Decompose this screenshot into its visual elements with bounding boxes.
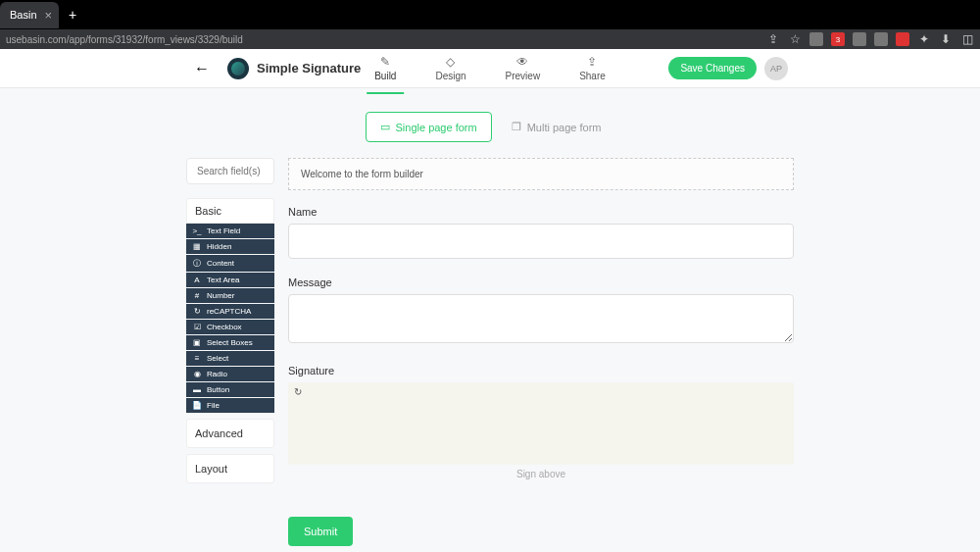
section-layout[interactable]: Layout: [186, 454, 274, 483]
field-icon: ▦: [192, 242, 202, 251]
field-item-content[interactable]: ⓘContent: [186, 255, 274, 272]
field-icon: ▣: [192, 338, 202, 347]
signature-hint: Sign above: [288, 469, 794, 479]
name-label: Name: [288, 206, 794, 218]
pages-icon: ❐: [512, 121, 521, 133]
eye-icon: 👁: [516, 55, 528, 69]
message-field-group[interactable]: Message: [288, 276, 794, 347]
form-canvas: Welcome to the form builder Name Message…: [288, 158, 794, 546]
extension-icon[interactable]: [874, 32, 888, 46]
name-input[interactable]: [288, 224, 794, 259]
tab-build[interactable]: ✎ Build: [367, 51, 404, 85]
download-icon[interactable]: ⬇: [939, 32, 953, 46]
signature-label: Signature: [288, 365, 794, 376]
tab-label: Preview: [506, 71, 541, 81]
field-item-number[interactable]: #Number: [186, 288, 274, 303]
field-item-checkbox[interactable]: ☑Checkbox: [186, 320, 274, 334]
field-item-text-area[interactable]: AText Area: [186, 273, 274, 287]
tab-label: Design: [435, 71, 466, 81]
url-text[interactable]: usebasin.com/app/forms/31932/form_views/…: [6, 34, 766, 45]
single-page-tab[interactable]: ▭ Single page form: [366, 112, 492, 142]
field-label: reCAPTCHA: [207, 307, 251, 316]
tab-label: Build: [374, 71, 396, 81]
tab-text: Single page form: [396, 122, 477, 133]
field-item-select[interactable]: ≡Select: [186, 351, 274, 366]
reset-icon[interactable]: ↻: [294, 386, 302, 397]
extension-icon[interactable]: [853, 32, 866, 46]
field-icon: ▬: [192, 385, 202, 394]
field-icon: >_: [192, 226, 202, 235]
url-bar: usebasin.com/app/forms/31932/form_views/…: [0, 29, 980, 49]
tab-share[interactable]: ⇪ Share: [571, 51, 613, 85]
form-title: Simple Signature: [257, 61, 361, 75]
signature-field-group[interactable]: Signature ↻ Sign above: [288, 365, 794, 479]
drop-icon: ◇: [446, 55, 455, 69]
pencil-icon: ✎: [380, 55, 390, 69]
star-icon[interactable]: ☆: [788, 32, 802, 46]
message-textarea[interactable]: [288, 294, 794, 343]
back-button[interactable]: ←: [192, 59, 212, 78]
field-item-radio[interactable]: ◉Radio: [186, 367, 274, 381]
extension-icon[interactable]: [896, 32, 909, 46]
multi-page-tab[interactable]: ❐ Multi page form: [498, 112, 615, 142]
field-label: Hidden: [207, 242, 231, 251]
builder-layout: Basic >_Text Field▦HiddenⓘContentAText A…: [0, 158, 980, 546]
search-input[interactable]: [186, 158, 274, 184]
share-icon[interactable]: ⇪: [766, 32, 780, 46]
fields-sidebar: Basic >_Text Field▦HiddenⓘContentAText A…: [186, 158, 274, 546]
field-item-recaptcha[interactable]: ↻reCAPTCHA: [186, 304, 274, 319]
field-item-select-boxes[interactable]: ▣Select Boxes: [186, 335, 274, 350]
tab-title: Basin: [10, 9, 37, 21]
tab-design[interactable]: ◇ Design: [427, 51, 473, 85]
field-label: Number: [207, 291, 234, 300]
field-label: Text Area: [207, 276, 239, 284]
field-label: Content: [207, 259, 234, 268]
field-icon: 📄: [192, 401, 202, 410]
message-label: Message: [288, 276, 794, 288]
field-label: Select Boxes: [207, 338, 253, 347]
panel-icon[interactable]: ◫: [960, 32, 974, 46]
field-icon: ◉: [192, 370, 202, 378]
browser-tab[interactable]: Basin ×: [0, 2, 59, 28]
submit-button[interactable]: Submit: [288, 517, 353, 546]
field-label: Select: [207, 354, 228, 363]
welcome-message[interactable]: Welcome to the form builder: [288, 158, 794, 190]
page-type-switcher: ▭ Single page form ❐ Multi page form: [0, 88, 980, 158]
field-item-hidden[interactable]: ▦Hidden: [186, 239, 274, 254]
header-actions: Save Changes AP: [668, 57, 788, 80]
tab-label: Share: [579, 71, 606, 81]
extension-icon[interactable]: [809, 32, 823, 46]
tab-preview[interactable]: 👁 Preview: [498, 51, 549, 85]
field-item-button[interactable]: ▬Button: [186, 382, 274, 397]
field-label: Button: [207, 385, 229, 394]
toolbar-icons: ⇪ ☆ 3 ✦ ⬇ ◫: [766, 32, 974, 46]
save-button[interactable]: Save Changes: [668, 57, 757, 79]
field-label: File: [207, 401, 220, 410]
field-list: >_Text Field▦HiddenⓘContentAText Area#Nu…: [186, 224, 274, 413]
page-icon: ▭: [380, 121, 390, 133]
field-icon: #: [192, 291, 202, 300]
user-avatar[interactable]: AP: [764, 57, 788, 80]
close-icon[interactable]: ×: [45, 8, 53, 23]
field-icon: ↻: [192, 307, 202, 316]
new-tab-button[interactable]: +: [69, 7, 76, 23]
puzzle-icon[interactable]: ✦: [917, 32, 931, 46]
section-basic[interactable]: Basic: [186, 198, 274, 224]
browser-tab-bar: Basin × +: [0, 0, 980, 29]
builder-tabs: ✎ Build ◇ Design 👁 Preview ⇪ Share: [367, 51, 613, 85]
signature-pad[interactable]: ↻: [288, 382, 794, 465]
name-field-group[interactable]: Name: [288, 206, 794, 259]
field-icon: ☑: [192, 323, 202, 331]
field-label: Text Field: [207, 226, 240, 235]
field-icon: A: [192, 276, 202, 284]
app-header: ← Simple Signature ✎ Build ◇ Design 👁 Pr…: [0, 49, 980, 88]
field-item-file[interactable]: 📄File: [186, 398, 274, 413]
section-advanced[interactable]: Advanced: [186, 419, 274, 448]
app-logo: [227, 58, 249, 79]
field-label: Radio: [207, 370, 227, 378]
field-icon: ≡: [192, 354, 202, 363]
field-icon: ⓘ: [192, 258, 202, 269]
extension-adblock-icon[interactable]: 3: [831, 32, 845, 46]
share-icon: ⇪: [587, 55, 597, 69]
field-item-text-field[interactable]: >_Text Field: [186, 224, 274, 238]
